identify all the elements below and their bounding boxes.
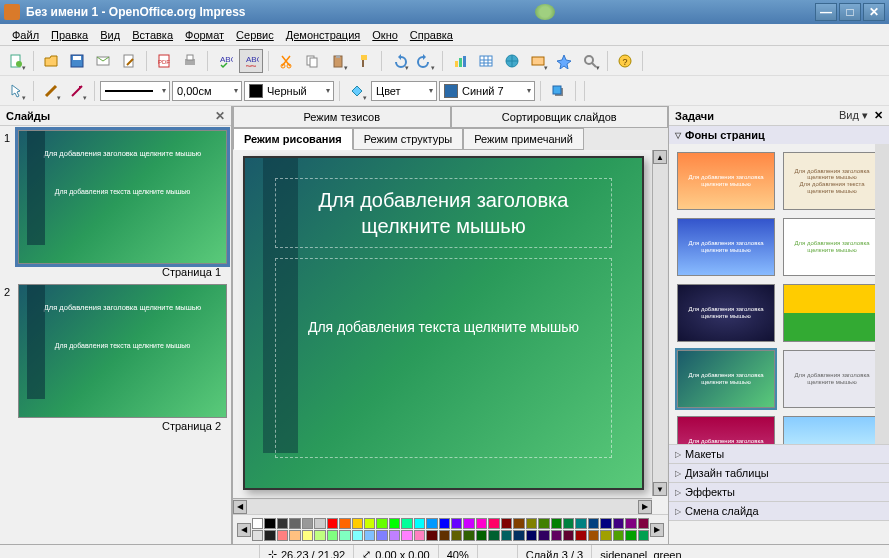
arrow-select-button[interactable] <box>4 79 28 103</box>
hyperlink-button[interactable] <box>500 49 524 73</box>
bg-thumb[interactable]: Для добавления заголовка щелкните мышью <box>783 218 881 276</box>
color-cell[interactable] <box>364 530 375 541</box>
color-cell[interactable] <box>364 518 375 529</box>
color-cell[interactable] <box>488 530 499 541</box>
color-cell[interactable] <box>463 518 474 529</box>
bg-thumb[interactable]: Для добавления заголовка щелкните мышью <box>783 350 881 408</box>
color-cell[interactable] <box>588 518 599 529</box>
color-cell[interactable] <box>414 518 425 529</box>
color-cell[interactable] <box>526 518 537 529</box>
tab-structure[interactable]: Режим структуры <box>353 128 464 150</box>
undo-button[interactable] <box>387 49 411 73</box>
color-cell[interactable] <box>476 518 487 529</box>
color-cell[interactable] <box>501 530 512 541</box>
fill-type-combo[interactable]: Цвет <box>371 81 437 101</box>
color-cell[interactable] <box>463 530 474 541</box>
color-cell[interactable] <box>575 518 586 529</box>
line-color-combo[interactable]: Черный <box>244 81 334 101</box>
tab-drawing[interactable]: Режим рисования <box>233 128 353 150</box>
chart-button[interactable] <box>448 49 472 73</box>
color-cell[interactable] <box>426 530 437 541</box>
color-cell[interactable] <box>314 530 325 541</box>
color-cell[interactable] <box>289 530 300 541</box>
color-cell[interactable] <box>563 518 574 529</box>
tab-outline-mode[interactable]: Режим тезисов <box>233 106 451 127</box>
section-table-design-header[interactable]: ▷Дизайн таблицы <box>669 464 889 482</box>
color-cell[interactable] <box>289 518 300 529</box>
color-cell[interactable] <box>327 518 338 529</box>
section-backgrounds-header[interactable]: ▽Фоны страниц <box>669 126 889 144</box>
color-cell[interactable] <box>401 530 412 541</box>
zoom-button[interactable] <box>578 49 602 73</box>
color-cell[interactable] <box>538 518 549 529</box>
menu-tools[interactable]: Сервис <box>230 27 280 43</box>
email-button[interactable] <box>91 49 115 73</box>
color-cell[interactable] <box>426 518 437 529</box>
color-cell[interactable] <box>376 530 387 541</box>
horizontal-scrollbar[interactable]: ◀ ▶ <box>233 498 652 514</box>
table-button[interactable] <box>474 49 498 73</box>
bg-thumb[interactable] <box>783 284 881 342</box>
color-cell[interactable] <box>575 530 586 541</box>
menu-view[interactable]: Вид <box>94 27 126 43</box>
cut-button[interactable] <box>274 49 298 73</box>
color-cell[interactable] <box>327 530 338 541</box>
section-layouts-header[interactable]: ▷Макеты <box>669 445 889 463</box>
section-effects-header[interactable]: ▷Эффекты <box>669 483 889 501</box>
menu-window[interactable]: Окно <box>366 27 404 43</box>
color-cell[interactable] <box>613 530 624 541</box>
color-cell[interactable] <box>302 518 313 529</box>
color-cell[interactable] <box>389 518 400 529</box>
line-width-combo[interactable]: 0,00см <box>172 81 242 101</box>
color-cell[interactable] <box>551 518 562 529</box>
scroll-left-button[interactable]: ◀ <box>233 500 247 514</box>
scroll-up-button[interactable]: ▲ <box>653 150 667 164</box>
export-pdf-button[interactable]: PDF <box>152 49 176 73</box>
color-cell[interactable] <box>613 518 624 529</box>
color-cell[interactable] <box>638 530 649 541</box>
bg-thumb[interactable]: Для добавления заголовка щелкните мышьюД… <box>783 152 881 210</box>
bg-thumb[interactable]: Для добавления заголовка щелкните мышью <box>677 152 775 210</box>
color-cell[interactable] <box>401 518 412 529</box>
menu-insert[interactable]: Вставка <box>126 27 179 43</box>
copy-button[interactable] <box>300 49 324 73</box>
color-cell[interactable] <box>277 530 288 541</box>
colorbar-left[interactable]: ◀ <box>237 523 251 537</box>
color-cell[interactable] <box>501 518 512 529</box>
color-cell[interactable] <box>314 518 325 529</box>
color-cell[interactable] <box>451 518 462 529</box>
color-cell[interactable] <box>252 518 263 529</box>
shadow-button[interactable] <box>546 79 570 103</box>
color-cell[interactable] <box>252 530 263 541</box>
line-style-combo[interactable] <box>100 81 170 101</box>
open-button[interactable] <box>39 49 63 73</box>
color-cell[interactable] <box>600 530 611 541</box>
color-cell[interactable] <box>339 530 350 541</box>
menu-help[interactable]: Справка <box>404 27 459 43</box>
print-button[interactable] <box>178 49 202 73</box>
new-button[interactable] <box>4 49 28 73</box>
color-cell[interactable] <box>414 530 425 541</box>
scroll-right-button[interactable]: ▶ <box>638 500 652 514</box>
color-cell[interactable] <box>625 518 636 529</box>
color-cell[interactable] <box>352 530 363 541</box>
color-cell[interactable] <box>488 518 499 529</box>
color-cell[interactable] <box>439 530 450 541</box>
bg-thumb[interactable]: Для добавления заголовка щелкните мышью <box>677 416 775 444</box>
color-cell[interactable] <box>476 530 487 541</box>
fill-color-combo[interactable]: Синий 7 <box>439 81 535 101</box>
menu-edit[interactable]: Правка <box>45 27 94 43</box>
grid-button[interactable] <box>526 49 550 73</box>
spellcheck-button[interactable]: ABC <box>213 49 237 73</box>
tab-slide-sorter[interactable]: Сортировщик слайдов <box>451 106 669 127</box>
color-cell[interactable] <box>277 518 288 529</box>
maximize-button[interactable]: □ <box>839 3 861 21</box>
minimize-button[interactable]: — <box>815 3 837 21</box>
save-button[interactable] <box>65 49 89 73</box>
bg-scrollbar[interactable] <box>875 144 889 444</box>
color-cell[interactable] <box>588 530 599 541</box>
color-cell[interactable] <box>625 530 636 541</box>
bg-thumb[interactable] <box>783 416 881 444</box>
slide-thumbnail[interactable]: Для добавления заголовка щелкните мышью … <box>18 284 227 418</box>
color-cell[interactable] <box>513 530 524 541</box>
